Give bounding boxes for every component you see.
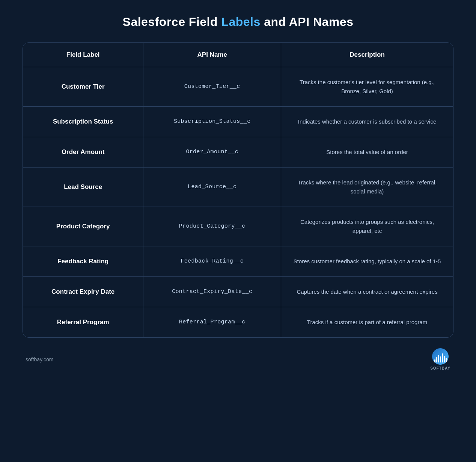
logo-bar [446,358,447,362]
table-row: Order AmountOrder_Amount__cStores the to… [23,137,453,168]
logo-bar [440,356,441,362]
description-cell: Indicates whether a customer is subscrib… [281,107,453,137]
table-row: Contract Expiry DateContract_Expiry_Date… [23,277,453,307]
field-label-cell: Customer Tier [23,67,143,107]
page-title: Salesforce Field Labels and API Names [123,15,354,29]
table-row: Lead SourceLead_Source__cTracks where th… [23,168,453,207]
table-row: Referral ProgramReferral_Program__cTrack… [23,307,453,338]
logo-bar [442,353,443,362]
description-cell: Captures the date when a contract or agr… [281,277,453,307]
logo-bar [438,355,439,362]
header-field-label: Field Label [23,43,143,67]
field-label-cell: Order Amount [23,137,143,168]
api-name-cell: Subscription_Status__c [143,107,281,137]
logo-bar [436,357,437,362]
description-cell: Tracks where the lead originated (e.g., … [281,168,453,207]
description-cell: Stores customer feedback rating, typical… [281,246,453,277]
table-header-row: Field Label API Name Description [23,43,453,67]
field-label-cell: Subscription Status [23,107,143,137]
table-row: Product CategoryProduct_Category__cCateg… [23,207,453,246]
api-name-cell: Referral_Program__c [143,307,281,338]
logo-bar [444,356,445,362]
table-row: Feedback RatingFeedback_Rating__cStores … [23,246,453,277]
logo-icon [432,348,449,365]
header-api-name: API Name [143,43,281,67]
field-label-cell: Referral Program [23,307,143,338]
api-name-cell: Contract_Expiry_Date__c [143,277,281,307]
api-name-cell: Product_Category__c [143,207,281,246]
footer: softbay.com SOFTBAY [23,348,453,370]
footer-logo: SOFTBAY [430,348,450,370]
api-name-cell: Customer_Tier__c [143,67,281,107]
api-name-cell: Lead_Source__c [143,168,281,207]
main-table-container: Field Label API Name Description Custome… [23,42,453,338]
logo-bars [434,353,447,362]
field-label-cell: Feedback Rating [23,246,143,277]
field-label-cell: Lead Source [23,168,143,207]
footer-website: softbay.com [26,356,53,362]
description-cell: Stores the total value of an order [281,137,453,168]
field-label-cell: Product Category [23,207,143,246]
api-name-cell: Feedback_Rating__c [143,246,281,277]
table-row: Subscription StatusSubscription_Status__… [23,107,453,137]
header-description: Description [281,43,453,67]
logo-text: SOFTBAY [430,366,450,370]
api-name-cell: Order_Amount__c [143,137,281,168]
logo-bar [434,359,435,362]
description-cell: Categorizes products into groups such as… [281,207,453,246]
field-label-cell: Contract Expiry Date [23,277,143,307]
table-row: Customer TierCustomer_Tier__cTracks the … [23,67,453,107]
fields-table: Field Label API Name Description Custome… [23,43,453,337]
description-cell: Tracks if a customer is part of a referr… [281,307,453,338]
description-cell: Tracks the customer's tier level for seg… [281,67,453,107]
